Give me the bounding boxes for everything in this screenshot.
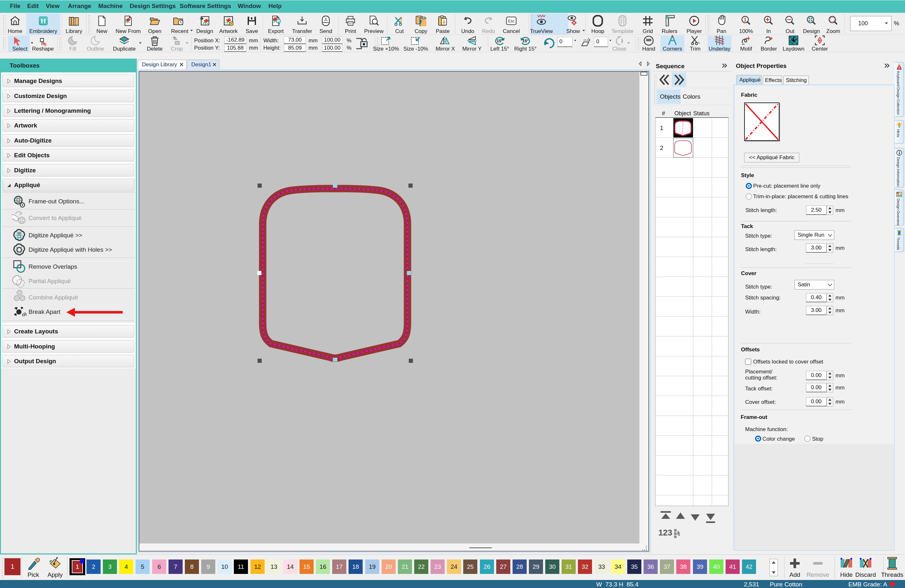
svg-text:1: 1	[744, 17, 747, 22]
svg-text:1: 1	[660, 125, 664, 131]
svg-text:15°: 15°	[522, 38, 529, 43]
svg-text:H: H	[40, 17, 46, 25]
svg-text:2: 2	[660, 144, 664, 151]
svg-text:Esc: Esc	[508, 19, 514, 24]
svg-text:15°: 15°	[497, 38, 503, 43]
